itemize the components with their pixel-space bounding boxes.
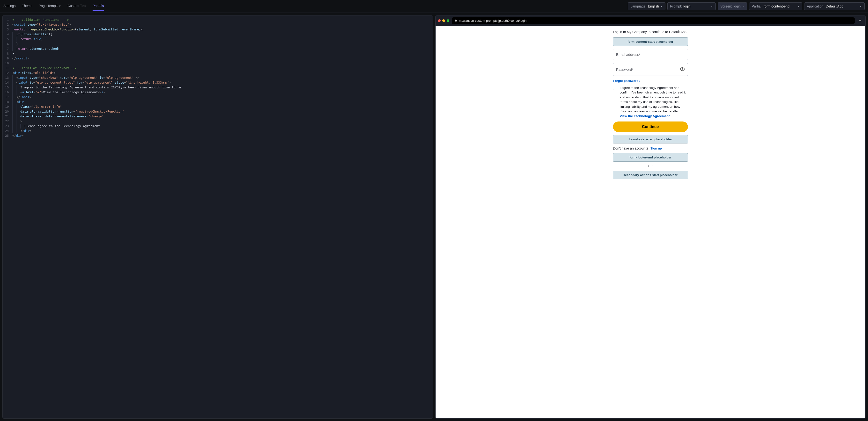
- topbar: Settings Theme Page Template Custom Text…: [0, 0, 868, 13]
- language-value: English: [648, 4, 659, 8]
- selectors: Language: English ▼ Prompt: login ▼ Scre…: [628, 2, 865, 10]
- tab-page-template[interactable]: Page Template: [39, 2, 61, 10]
- agreement-row: I agree to the Technology Agreement and …: [613, 86, 688, 119]
- url-text: mswanson-custom-prompts.jp.auth0.com/u/l…: [459, 19, 527, 23]
- signup-link[interactable]: Sign up: [650, 147, 662, 150]
- agreement-checkbox[interactable]: [613, 86, 617, 90]
- screen-value: login: [734, 4, 741, 8]
- password-field[interactable]: Password*: [613, 63, 688, 76]
- signup-prompt: Don't have an account?: [613, 147, 649, 150]
- email-field[interactable]: Email address*: [613, 49, 688, 60]
- or-divider: OR: [613, 164, 688, 168]
- browser-chrome: mswanson-custom-prompts.jp.auth0.com/u/l…: [436, 15, 866, 26]
- chevron-down-icon: ▼: [797, 5, 800, 8]
- eye-icon[interactable]: [680, 67, 685, 72]
- close-dot-icon[interactable]: [438, 19, 441, 22]
- screen-dropdown[interactable]: Screen: login ▼: [718, 2, 747, 10]
- svg-point-0: [682, 68, 683, 70]
- continue-button[interactable]: Continue: [613, 122, 688, 132]
- agreement-text: I agree to the Technology Agreement and …: [620, 86, 688, 119]
- url-bar[interactable]: mswanson-custom-prompts.jp.auth0.com/u/l…: [452, 18, 855, 24]
- new-tab-button[interactable]: +: [857, 18, 863, 24]
- code-body[interactable]: <!-- Validation Functions --><script typ…: [12, 15, 433, 418]
- email-placeholder: Email address*: [616, 53, 641, 57]
- prompt-dropdown[interactable]: Prompt: login ▼: [668, 2, 716, 10]
- tab-custom-text[interactable]: Custom Text: [67, 2, 86, 10]
- chevron-down-icon: ▼: [860, 5, 862, 8]
- chevron-down-icon: ▼: [660, 5, 663, 8]
- code-editor[interactable]: 1234567891011121314151617181920212223242…: [2, 15, 433, 419]
- chevron-down-icon: ▼: [711, 5, 713, 8]
- partial-dropdown[interactable]: Partial: form-content-end ▼: [749, 2, 802, 10]
- login-subtitle: Log in to My Company to continue to Defa…: [613, 30, 688, 35]
- password-placeholder: Password*: [616, 67, 633, 71]
- window-controls: [438, 19, 450, 22]
- prompt-value: login: [683, 4, 709, 8]
- line-gutter: 1234567891011121314151617181920212223242…: [3, 15, 12, 418]
- chevron-down-icon: ▼: [742, 5, 744, 8]
- maximize-dot-icon[interactable]: [447, 19, 450, 22]
- partial-value: form-content-end: [764, 4, 796, 8]
- agreement-link[interactable]: View the Technology Agreement: [620, 114, 670, 118]
- form-footer-start-placeholder: form-footer-start placeholder: [613, 135, 688, 143]
- language-label: Language:: [630, 4, 646, 8]
- secondary-actions-start-placeholder: secondary-actions-start placeholder: [613, 171, 688, 179]
- application-dropdown[interactable]: Application: Default App ▼: [804, 2, 865, 10]
- application-label: Application:: [807, 4, 824, 8]
- minimize-dot-icon[interactable]: [442, 19, 445, 22]
- tab-settings[interactable]: Settings: [3, 2, 16, 10]
- language-dropdown[interactable]: Language: English ▼: [628, 2, 665, 10]
- partial-label: Partial:: [752, 4, 763, 8]
- tabs: Settings Theme Page Template Custom Text…: [3, 2, 104, 10]
- application-value: Default App: [826, 4, 858, 8]
- preview-pane: mswanson-custom-prompts.jp.auth0.com/u/l…: [435, 15, 866, 419]
- lock-icon: [454, 19, 457, 23]
- form-footer-end-placeholder: form-footer-end placeholder: [613, 153, 688, 162]
- preview-body: Log in to My Company to continue to Defa…: [436, 26, 866, 418]
- prompt-label: Prompt:: [670, 4, 682, 8]
- form-content-start-placeholder: form-content-start placeholder: [613, 37, 688, 46]
- tab-partials[interactable]: Partials: [93, 2, 104, 11]
- screen-label: Screen:: [720, 4, 732, 8]
- forgot-password-link[interactable]: Forgot password?: [613, 79, 640, 83]
- signup-row: Don't have an account? Sign up: [613, 147, 688, 150]
- tab-theme[interactable]: Theme: [22, 2, 33, 10]
